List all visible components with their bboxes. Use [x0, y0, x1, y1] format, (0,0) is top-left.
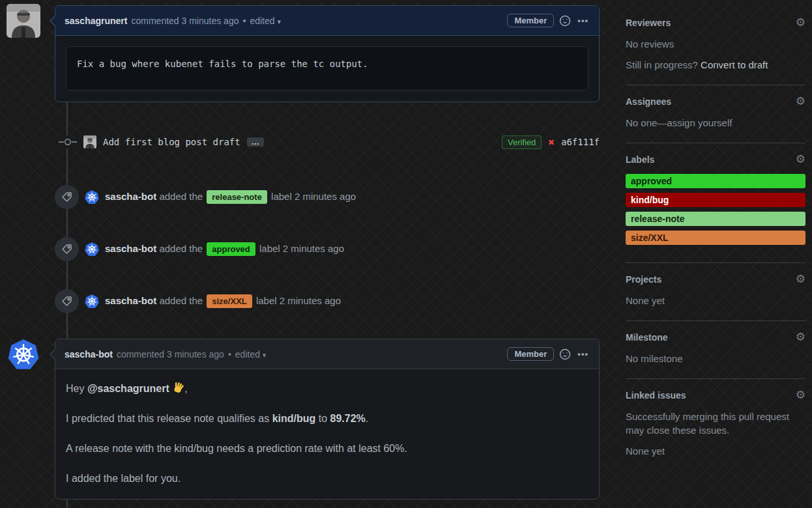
paragraph: Hey @saschagrunert ,	[66, 381, 588, 397]
portrait-image-small	[83, 135, 96, 148]
reviewers-settings-button[interactable]: ⚙	[796, 17, 805, 28]
commit-message-link[interactable]: Add first blog post draft	[103, 137, 240, 147]
comment-options-button[interactable]: •••	[576, 14, 590, 27]
member-badge: Member	[507, 347, 554, 361]
commit-author-avatar[interactable]	[83, 135, 96, 148]
comment-body: Hey @saschagrunert , I predicted that th…	[55, 369, 599, 508]
commit-expand-button[interactable]: …	[247, 137, 264, 147]
reviewers-title[interactable]: Reviewers	[626, 18, 671, 28]
linked-issues-empty-text: None yet	[626, 444, 805, 458]
mention-link[interactable]: @saschagrunert	[87, 383, 169, 394]
labels-title[interactable]: Labels	[626, 154, 654, 165]
commit-sha-link[interactable]: a6f111f	[561, 137, 600, 147]
dot-separator: •	[228, 349, 231, 360]
smiley-icon	[559, 348, 571, 360]
kubernetes-logo-icon	[8, 339, 39, 371]
convert-to-draft-link[interactable]: Convert to draft	[701, 59, 768, 70]
kebab-icon: •••	[577, 16, 588, 25]
status-failed-icon[interactable]: ✖	[548, 136, 555, 148]
add-reaction-button[interactable]	[558, 14, 572, 28]
sidebar-label[interactable]: size/XXL	[626, 231, 805, 245]
sidebar-section-reviewers: Reviewers ⚙ No reviews Still in progress…	[626, 7, 805, 85]
comment-sascha-bot: sascha-bot commented 3 minutes ago • edi…	[55, 339, 600, 500]
sascha-bot-avatar-large[interactable]	[8, 339, 39, 371]
comment-header: sascha-bot commented 3 minutes ago • edi…	[55, 339, 599, 369]
gear-icon: ⚙	[796, 16, 805, 29]
sidebar-label[interactable]: kind/bug	[626, 193, 805, 207]
edited-dropdown[interactable]: edited ▾	[250, 16, 281, 26]
sidebar-label[interactable]: approved	[626, 174, 805, 188]
sidebar-label[interactable]: release-note	[626, 212, 805, 226]
label-pill[interactable]: approved	[207, 242, 255, 256]
add-reaction-button[interactable]	[558, 347, 572, 361]
comment-saschagrunert: saschagrunert commented 3 minutes ago • …	[55, 5, 600, 102]
sidebar-section-labels: Labels ⚙ approved kind/bug release-note …	[626, 143, 805, 263]
label-event: sascha-bot added the approved label 2 mi…	[55, 237, 600, 261]
author-link[interactable]: saschagrunert	[65, 16, 127, 26]
comment-options-button[interactable]: •••	[576, 348, 590, 360]
projects-title[interactable]: Projects	[626, 274, 661, 285]
linked-issues-title[interactable]: Linked issues	[626, 390, 686, 401]
sascha-bot-avatar[interactable]	[85, 190, 99, 205]
actor-link[interactable]: sascha-bot	[105, 243, 156, 254]
member-badge: Member	[507, 14, 554, 27]
milestone-settings-button[interactable]: ⚙	[796, 332, 805, 343]
wave-emoji	[172, 382, 184, 394]
paragraph: I predicted that this release note quali…	[66, 411, 588, 427]
event-circle	[55, 185, 79, 209]
portrait-image	[7, 4, 40, 38]
edited-dropdown[interactable]: edited ▾	[235, 349, 267, 360]
smiley-icon	[559, 15, 571, 27]
sascha-bot-avatar[interactable]	[85, 242, 99, 257]
gear-icon: ⚙	[796, 331, 805, 343]
gear-icon: ⚙	[796, 389, 805, 401]
event-circle	[55, 289, 79, 313]
actor-link[interactable]: sascha-bot	[105, 191, 156, 202]
code-block: Fix a bug where kubenet fails to parse t…	[66, 46, 588, 91]
paragraph: I added the label for you.	[66, 471, 588, 487]
sidebar: Reviewers ⚙ No reviews Still in progress…	[626, 7, 805, 471]
author-link[interactable]: sascha-bot	[65, 349, 113, 360]
assignees-settings-button[interactable]: ⚙	[796, 96, 805, 107]
verified-badge[interactable]: Verified	[502, 135, 542, 149]
convert-to-draft-row: Still in progress? Convert to draft	[626, 58, 805, 72]
paragraph: A release note with the kind/bug needs a…	[66, 441, 588, 457]
tag-icon	[61, 244, 72, 255]
comment-meta: commented 3 minutes ago	[117, 349, 224, 360]
sascha-bot-avatar[interactable]	[85, 294, 99, 309]
assignees-title[interactable]: Assignees	[626, 96, 671, 107]
comment-header: saschagrunert commented 3 minutes ago • …	[55, 6, 599, 36]
tag-icon	[61, 191, 72, 203]
linked-issues-settings-button[interactable]: ⚙	[796, 389, 805, 401]
sidebar-section-assignees: Assignees ⚙ No one—assign yourself	[626, 85, 805, 143]
comment-caret	[50, 348, 55, 360]
linked-issues-description: Successfully merging this pull request m…	[626, 410, 805, 437]
gear-icon: ⚙	[796, 95, 805, 107]
milestone-empty-text: No milestone	[626, 352, 805, 365]
gear-icon: ⚙	[796, 273, 805, 285]
commit-event: Add first blog post draft … Verified ✖ a…	[55, 132, 600, 152]
sidebar-section-projects: Projects ⚙ None yet	[626, 263, 805, 321]
saschagrunert-avatar[interactable]	[7, 4, 40, 38]
event-text: sascha-bot added the approved label 2 mi…	[105, 242, 344, 256]
comment-caret	[50, 15, 55, 27]
actor-link[interactable]: sascha-bot	[105, 295, 156, 306]
dot-separator: •	[242, 16, 246, 26]
event-circle	[55, 237, 79, 261]
milestone-title[interactable]: Milestone	[626, 332, 668, 343]
label-pill[interactable]: size/XXL	[207, 294, 252, 308]
labels-settings-button[interactable]: ⚙	[796, 154, 805, 165]
kubernetes-logo-icon	[85, 190, 99, 205]
chevron-down-icon: ▾	[263, 351, 267, 359]
reviewers-empty-text: No reviews	[626, 37, 805, 51]
git-commit-icon	[59, 135, 77, 148]
tag-icon	[61, 296, 72, 307]
event-text: sascha-bot added the release-note label …	[105, 190, 356, 204]
comment-meta: commented 3 minutes ago	[131, 16, 239, 26]
label-pill[interactable]: release-note	[207, 190, 267, 204]
kubernetes-logo-icon	[85, 242, 99, 257]
chevron-down-icon: ▾	[277, 18, 281, 25]
projects-settings-button[interactable]: ⚙	[796, 274, 805, 285]
assignees-empty-text[interactable]: No one—assign yourself	[626, 116, 805, 130]
comment-body: Fix a bug where kubenet fails to parse t…	[55, 36, 599, 101]
